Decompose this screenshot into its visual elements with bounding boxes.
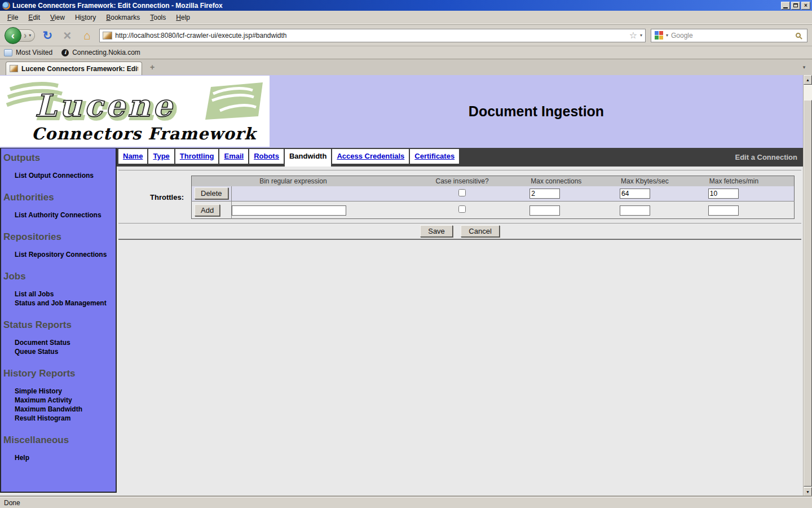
history-dropdown-icon[interactable]: ▾ xyxy=(29,33,31,38)
lucene-logo-script: Lucene Lucene xyxy=(5,80,265,126)
sidebar-link-maximum-activity[interactable]: Maximum Activity xyxy=(2,396,116,405)
scrollbar-thumb[interactable] xyxy=(804,100,812,487)
search-icon[interactable] xyxy=(796,33,801,38)
menu-bookmarks[interactable]: Bookmarks xyxy=(101,11,145,24)
sidebar-link-list-output-connections[interactable]: List Output Connections xyxy=(2,171,116,180)
tab-bandwidth[interactable]: Bandwidth xyxy=(285,149,331,167)
sidebar-link-list-repository-connections[interactable]: List Repository Connections xyxy=(2,250,116,259)
menu-history[interactable]: History xyxy=(70,11,101,24)
max-connections-input[interactable] xyxy=(529,189,560,199)
window-titlebar: Lucene Connectors Framework: Edit Connec… xyxy=(0,0,812,11)
new-tab-button[interactable]: + xyxy=(145,62,160,73)
status-bar: Done xyxy=(0,497,812,508)
bookmark-most-visited[interactable]: Most Visited xyxy=(4,49,52,56)
max-fetches-input[interactable] xyxy=(708,189,739,199)
sidebar-link-list-authority-connections[interactable]: List Authority Connections xyxy=(2,211,116,220)
restore-button[interactable] xyxy=(791,2,800,10)
add-throttle-row: Add xyxy=(192,202,795,219)
delete-throttle-button[interactable]: Delete xyxy=(195,187,228,199)
search-engine-dropdown-icon[interactable]: ▾ xyxy=(666,33,668,38)
sidebar-heading-status-reports: Status Reports xyxy=(2,319,116,331)
divider xyxy=(118,223,801,224)
search-box[interactable]: ▾ xyxy=(651,29,807,42)
restore-icon xyxy=(793,3,798,7)
url-input[interactable] xyxy=(115,32,626,40)
tab-robots[interactable]: Robots xyxy=(249,149,284,164)
tab-name[interactable]: Name xyxy=(118,149,147,164)
tab-throttling[interactable]: Throttling xyxy=(175,149,219,164)
tab-certificates[interactable]: Certificates xyxy=(410,149,459,164)
sidebar-link-help[interactable]: Help xyxy=(2,453,116,462)
bookmark-connecting-nokia[interactable]: i Connecting.Nokia.com xyxy=(61,49,140,56)
sidebar-link-simple-history[interactable]: Simple History xyxy=(2,387,116,396)
tab-access-credentials[interactable]: Access Credentials xyxy=(332,149,409,164)
tab-favicon xyxy=(10,65,18,72)
vertical-scrollbar[interactable]: ▲ ▼ xyxy=(803,75,812,497)
menu-view[interactable]: View xyxy=(45,11,70,24)
table-header-row: Bin regular expression Case insensitive?… xyxy=(192,176,795,186)
col-max-connections: Max connections xyxy=(529,176,620,186)
divider xyxy=(118,239,801,240)
sidebar-link-maximum-bandwidth[interactable]: Maximum Bandwidth xyxy=(2,405,116,414)
sidebar-link-list-all-jobs[interactable]: List all Jobs xyxy=(2,290,116,299)
browser-tab-active[interactable]: Lucene Connectors Framework: Edit ... xyxy=(6,62,142,75)
tab-title: Lucene Connectors Framework: Edit ... xyxy=(21,65,138,73)
throttles-table: Bin regular expression Case insensitive?… xyxy=(191,176,795,219)
tab-bar: Lucene Connectors Framework: Edit ... + … xyxy=(0,59,812,75)
menu-help[interactable]: Help xyxy=(171,11,195,24)
folder-magnifier-icon xyxy=(4,49,12,56)
minimize-icon xyxy=(783,7,788,8)
bookmarks-toolbar: Most Visited i Connecting.Nokia.com xyxy=(0,46,812,59)
list-all-tabs-button[interactable]: ▾ xyxy=(799,63,809,72)
add-throttle-button[interactable]: Add xyxy=(195,204,220,216)
menu-file[interactable]: File xyxy=(2,11,23,24)
close-button[interactable]: × xyxy=(801,2,810,10)
menu-tools[interactable]: Tools xyxy=(145,11,171,24)
max-kbytes-input[interactable] xyxy=(620,189,650,199)
bookmark-star-icon[interactable]: ☆ xyxy=(629,31,637,40)
sidebar-heading-miscellaneous: Miscellaneous xyxy=(2,435,116,446)
navigation-toolbar: ‹ › ▾ ↻ × ⌂ ☆ ▾ ▾ xyxy=(0,24,812,46)
minimize-button[interactable] xyxy=(781,2,790,10)
reload-button[interactable]: ↻ xyxy=(40,28,55,43)
sidebar-heading-outputs: Outputs xyxy=(2,152,116,164)
sidebar-link-status-job-management[interactable]: Status and Job Management xyxy=(2,299,116,308)
tab-email[interactable]: Email xyxy=(219,149,248,164)
new-bin-regex-input[interactable] xyxy=(232,205,346,216)
location-bar[interactable]: ☆ ▾ xyxy=(99,29,646,42)
case-insensitive-checkbox[interactable] xyxy=(458,189,466,196)
divider xyxy=(118,170,801,170)
stop-button[interactable]: × xyxy=(60,28,74,43)
menu-edit[interactable]: Edit xyxy=(23,11,45,24)
search-input[interactable] xyxy=(671,32,793,40)
urlbar-dropdown-icon[interactable]: ▾ xyxy=(640,33,642,38)
new-max-kbytes-input[interactable] xyxy=(620,205,650,216)
sidebar: Outputs List Output Connections Authorit… xyxy=(0,148,117,493)
sidebar-link-result-histogram[interactable]: Result Histogram xyxy=(2,414,116,423)
col-bin-regex: Bin regular expression xyxy=(192,176,395,186)
new-max-connections-input[interactable] xyxy=(529,205,560,216)
sidebar-link-document-status[interactable]: Document Status xyxy=(2,338,116,347)
new-case-insensitive-checkbox[interactable] xyxy=(458,205,466,213)
sidebar-heading-history-reports: History Reports xyxy=(2,368,116,379)
lucene-logo: Lucene Lucene Connectors Framework xyxy=(0,76,270,147)
col-max-kbytes: Max Kbytes/sec xyxy=(620,176,708,186)
cancel-button[interactable]: Cancel xyxy=(461,225,499,237)
home-button[interactable]: ⌂ xyxy=(80,28,94,43)
forward-button[interactable]: › xyxy=(24,31,27,40)
scroll-down-button[interactable]: ▼ xyxy=(804,487,812,497)
firefox-icon xyxy=(2,2,10,10)
col-max-fetches: Max fetches/min xyxy=(708,176,795,186)
scroll-up-button[interactable]: ▲ xyxy=(804,75,812,85)
col-case-insensitive: Case insensitive? xyxy=(395,176,529,186)
sidebar-heading-repositories: Repositories xyxy=(2,231,116,243)
back-button[interactable]: ‹ xyxy=(5,27,21,44)
save-button[interactable]: Save xyxy=(420,225,453,237)
window-title: Lucene Connectors Framework: Edit Connec… xyxy=(12,2,781,10)
sidebar-link-queue-status[interactable]: Queue Status xyxy=(2,347,116,356)
tab-type[interactable]: Type xyxy=(148,149,174,164)
logo-subtitle: Connectors Framework xyxy=(32,124,270,143)
new-max-fetches-input[interactable] xyxy=(708,205,739,216)
sidebar-heading-jobs: Jobs xyxy=(2,271,116,282)
svg-text:Lucene: Lucene xyxy=(35,87,175,124)
